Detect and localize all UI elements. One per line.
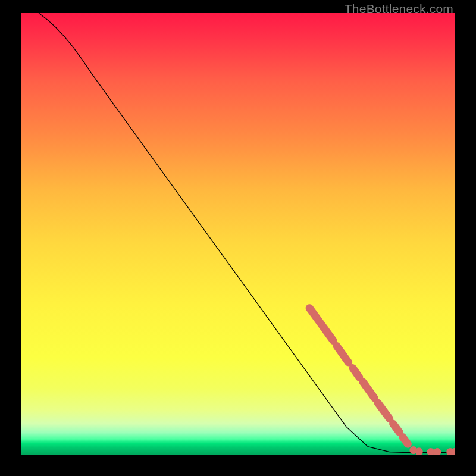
marker-segment-2 <box>353 368 359 378</box>
marker-segment-4 <box>378 403 390 419</box>
marker-segment-0 <box>309 308 333 341</box>
marker-segment-5 <box>393 424 400 433</box>
marker-segment-1 <box>337 346 349 362</box>
curve-line <box>39 13 455 452</box>
marker-dot-3 <box>433 448 441 455</box>
marker-segment-6 <box>403 437 408 444</box>
marker-segment-3 <box>363 382 375 398</box>
chart-plot <box>21 13 455 455</box>
